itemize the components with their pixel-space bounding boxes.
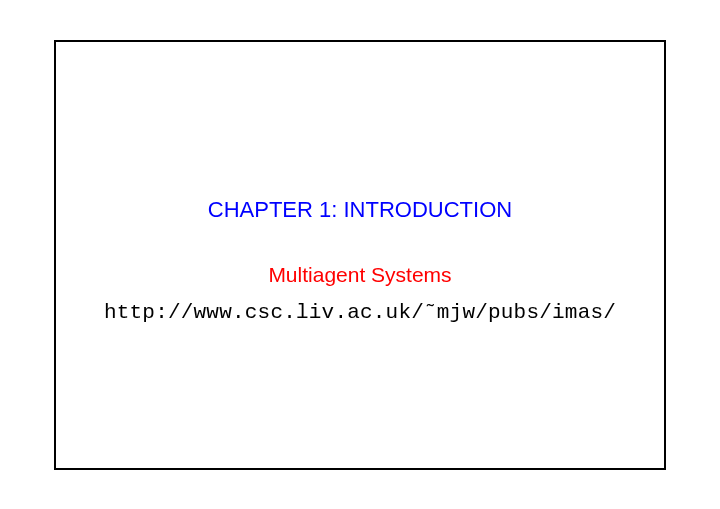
url-text: http://www.csc.liv.ac.uk/˜mjw/pubs/imas/ xyxy=(56,301,664,324)
slide-frame: CHAPTER 1: INTRODUCTION Multiagent Syste… xyxy=(54,40,666,470)
chapter-title: CHAPTER 1: INTRODUCTION xyxy=(56,197,664,223)
subtitle: Multiagent Systems xyxy=(56,263,664,287)
